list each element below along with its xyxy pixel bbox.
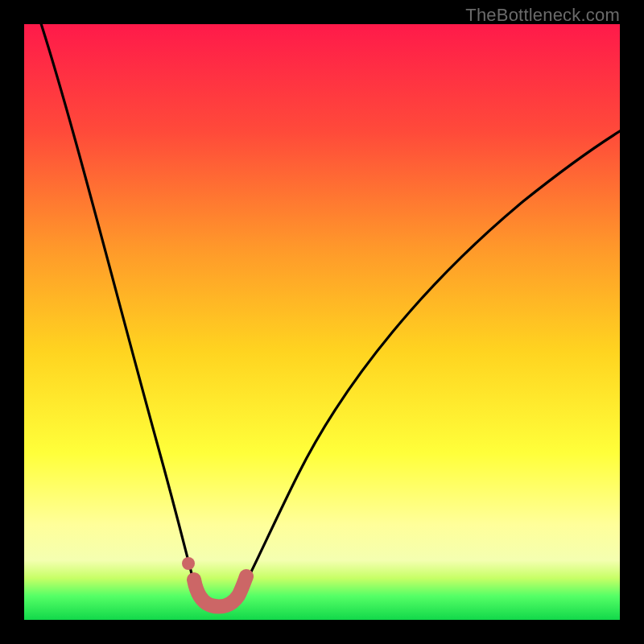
curve-right-branch [235, 127, 620, 601]
chart-frame [24, 24, 620, 620]
curve-left-branch [39, 24, 202, 598]
highlight-dot-icon [182, 557, 195, 570]
valley-highlight [194, 576, 246, 607]
bottleneck-curve [24, 24, 620, 620]
watermark-text: TheBottleneck.com [465, 5, 620, 26]
